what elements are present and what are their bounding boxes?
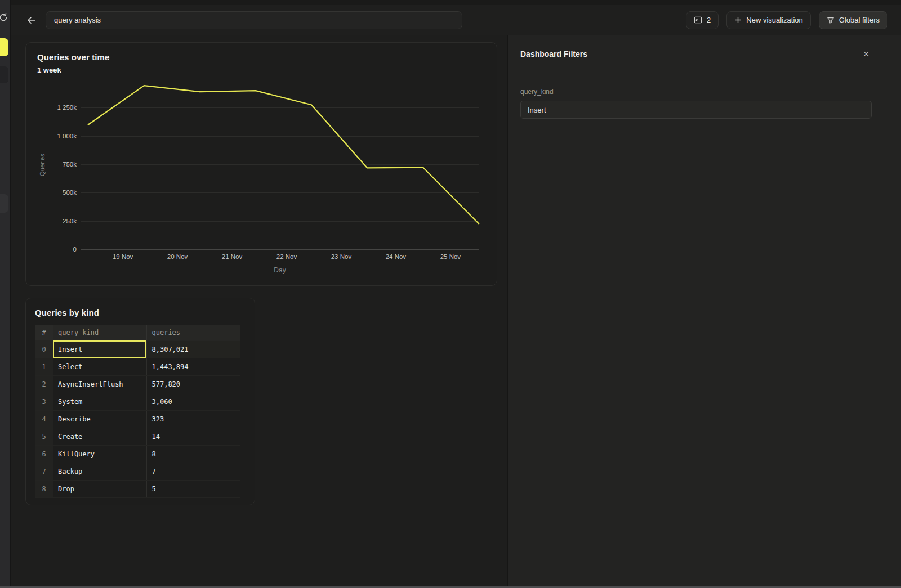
queries-value-cell[interactable]: 3,060 [146, 393, 240, 410]
console-count: 2 [707, 16, 711, 24]
table-row: 7Backup7 [35, 463, 240, 480]
chart-x-labels: 19 Nov20 Nov21 Nov22 Nov23 Nov24 Nov25 N… [81, 253, 479, 263]
arrow-left-icon [26, 15, 37, 26]
chart: Queries 0250k500k750k1 000k1 250k [37, 80, 485, 249]
query-kind-cell[interactable]: Create [53, 428, 146, 445]
y-tick-label: 1 000k [57, 133, 77, 140]
query-kind-cell[interactable]: Select [53, 358, 146, 375]
table-row: 2AsyncInsertFlush577,820 [35, 375, 240, 393]
queries-value-cell[interactable]: 7 [146, 463, 240, 480]
query-kind-cell[interactable]: Insert [53, 340, 146, 358]
chart-card-queries-over-time: Queries over time 1 week Queries 0250k50… [25, 42, 497, 286]
row-index-cell: 7 [35, 463, 53, 480]
row-index-cell: 0 [35, 340, 53, 358]
query-kind-cell[interactable]: Describe [53, 410, 146, 428]
table-column-header[interactable]: # [35, 325, 53, 340]
dashboard-title-input[interactable] [46, 11, 462, 29]
new-visualization-button[interactable]: New visualization [726, 11, 810, 29]
table-row: 8Drop5 [35, 480, 240, 497]
table-row: 4Describe323 [35, 410, 240, 428]
table-column-header[interactable]: query_kind [53, 325, 146, 340]
queries-value-cell[interactable]: 5 [146, 480, 240, 497]
chart-svg [81, 80, 479, 249]
x-tick-label: 21 Nov [222, 253, 242, 260]
filters-panel-header: Dashboard Filters ✕ [508, 35, 901, 73]
chart-plot[interactable] [81, 80, 479, 249]
queries-value-cell[interactable]: 577,820 [146, 375, 240, 393]
chart-line [88, 86, 479, 223]
x-tick-label: 24 Nov [386, 253, 406, 260]
row-index-cell: 4 [35, 410, 53, 428]
y-tick-label: 1 250k [57, 104, 77, 111]
table-column-header[interactable]: queries [146, 325, 240, 340]
back-button[interactable] [25, 14, 38, 26]
queries-value-cell[interactable]: 1,443,894 [146, 358, 240, 375]
global-filters-label: Global filters [839, 16, 880, 24]
query-kind-filter-select[interactable]: Insert [520, 101, 872, 119]
query-kind-cell[interactable]: KillQuery [53, 445, 146, 463]
global-filters-button[interactable]: Global filters [819, 11, 887, 29]
y-tick-label: 750k [63, 161, 77, 168]
table-row: 6KillQuery8 [35, 445, 240, 463]
new-visualization-label: New visualization [746, 16, 802, 24]
dashboard-canvas: Queries over time 1 week Queries 0250k50… [11, 35, 507, 588]
sidebar-item-active[interactable] [0, 38, 8, 56]
query-kind-cell[interactable]: AsyncInsertFlush [53, 375, 146, 393]
filters-panel-title: Dashboard Filters [520, 50, 587, 59]
x-tick-label: 22 Nov [276, 253, 297, 260]
query-kind-cell[interactable]: System [53, 393, 146, 410]
table-row: 5Create14 [35, 428, 240, 445]
table-header-row: #query_kindqueries [35, 325, 240, 340]
x-tick-label: 20 Nov [167, 253, 188, 260]
query-kind-cell[interactable]: Drop [53, 480, 146, 497]
refresh-icon[interactable] [0, 12, 8, 23]
y-tick-label: 500k [63, 189, 77, 196]
table-row: 3System3,060 [35, 393, 240, 410]
topbar: 2 New visualization Global filters [11, 5, 901, 35]
queries-value-cell[interactable]: 323 [146, 410, 240, 428]
table-title: Queries by kind [35, 308, 246, 317]
close-icon[interactable]: ✕ [860, 48, 872, 60]
filter-selected-value: Insert [528, 106, 546, 114]
console-count-button[interactable]: 2 [686, 11, 719, 29]
y-tick-label: 0 [73, 246, 77, 253]
sidebar-item[interactable] [0, 194, 8, 213]
queries-value-cell[interactable]: 14 [146, 428, 240, 445]
dashboard-filters-panel: Dashboard Filters ✕ query_kind Insert [507, 35, 901, 588]
chart-gridline [81, 249, 479, 250]
chart-title: Queries over time [37, 52, 485, 62]
row-index-cell: 3 [35, 393, 53, 410]
funnel-icon [827, 16, 835, 24]
x-tick-label: 23 Nov [331, 253, 351, 260]
row-index-cell: 5 [35, 428, 53, 445]
row-index-cell: 8 [35, 480, 53, 497]
table-row: 0Insert8,307,021 [35, 340, 240, 358]
queries-by-kind-table: #query_kindqueries 0Insert8,307,0211Sele… [35, 325, 240, 498]
queries-value-cell[interactable]: 8 [146, 445, 240, 463]
x-axis-title: Day [81, 266, 479, 274]
table-body: 0Insert8,307,0211Select1,443,8942AsyncIn… [35, 340, 240, 497]
chart-y-ticks: 0250k500k750k1 000k1 250k [47, 80, 81, 249]
chart-subtitle: 1 week [37, 66, 485, 74]
left-sidebar [0, 0, 11, 588]
x-tick-label: 19 Nov [113, 253, 133, 260]
terminal-window-icon [694, 16, 702, 24]
row-index-cell: 1 [35, 358, 53, 375]
row-index-cell: 6 [35, 445, 53, 463]
sidebar-item[interactable] [0, 66, 8, 83]
plus-icon [734, 16, 742, 24]
queries-value-cell[interactable]: 8,307,021 [146, 340, 240, 358]
query-kind-cell[interactable]: Backup [53, 463, 146, 480]
filter-field-label: query_kind [520, 88, 872, 96]
table-card-queries-by-kind: Queries by kind #query_kindqueries 0Inse… [25, 298, 255, 505]
app-window: 2 New visualization Global filters [0, 0, 901, 588]
y-axis-title: Queries [37, 80, 47, 249]
filters-panel-body: query_kind Insert [508, 73, 901, 119]
table-row: 1Select1,443,894 [35, 358, 240, 375]
y-tick-label: 250k [63, 218, 77, 225]
row-index-cell: 2 [35, 375, 53, 393]
window-top-strip [11, 0, 901, 5]
x-tick-label: 25 Nov [440, 253, 461, 260]
